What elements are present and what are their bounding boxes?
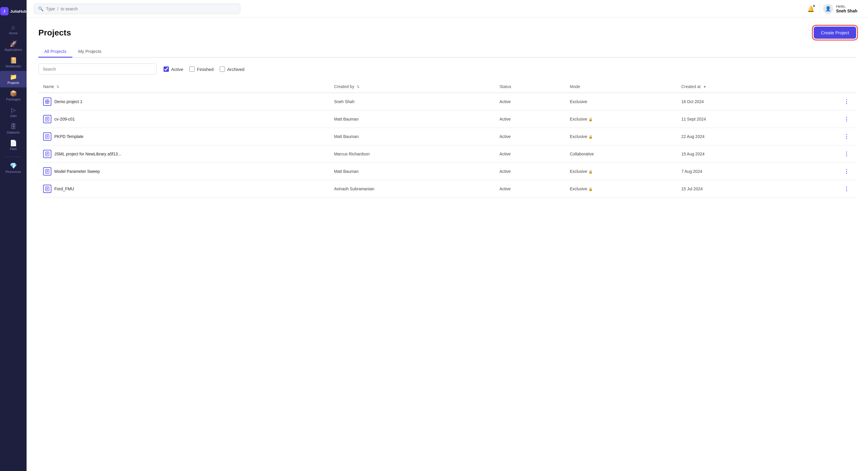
- project-icon: [43, 185, 51, 193]
- database-icon: 🗄: [10, 123, 16, 129]
- cell-mode: Exclusive🔒: [565, 163, 677, 180]
- sidebar: J JuliaHub ⌂ Home 🚀 Applications 📔 Noteb…: [0, 0, 27, 471]
- global-search-bar[interactable]: 🔍: [34, 4, 240, 14]
- cell-created-at: 16 Oct 2024: [677, 93, 792, 111]
- finished-label: Finished: [197, 67, 214, 72]
- active-checkbox[interactable]: [163, 66, 169, 72]
- project-name[interactable]: PKPD Template: [54, 134, 84, 139]
- play-icon: ▷: [11, 107, 16, 113]
- create-project-button[interactable]: Create Project: [814, 27, 856, 39]
- sidebar-item-projects[interactable]: 📁 Projects: [0, 71, 27, 87]
- cell-mode: Exclusive🔒: [565, 128, 677, 145]
- project-name[interactable]: cv-209-c01: [54, 117, 75, 121]
- project-tabs: All Projects My Projects: [38, 46, 856, 58]
- col-actions: [792, 81, 856, 93]
- lock-icon: 🔒: [588, 170, 593, 174]
- lock-icon: 🔒: [588, 117, 593, 121]
- projects-table: Name ⇅ Created by ⇅ Status Mode Created: [38, 81, 856, 198]
- table-row: Demo project 1 Sneh Shah Active Exclusiv…: [38, 93, 856, 111]
- cell-actions[interactable]: ⋮: [792, 145, 856, 163]
- user-menu[interactable]: 👤 Hello, Sneh Shah: [819, 2, 861, 16]
- sidebar-item-packages[interactable]: 📦 Packages: [0, 87, 27, 104]
- finished-checkbox[interactable]: [189, 66, 194, 72]
- project-icon: [43, 167, 51, 176]
- row-actions-button[interactable]: ⋮: [841, 97, 851, 106]
- cell-actions[interactable]: ⋮: [792, 111, 856, 128]
- row-actions-button[interactable]: ⋮: [841, 115, 851, 123]
- active-label: Active: [171, 67, 183, 72]
- row-actions-button[interactable]: ⋮: [841, 167, 851, 176]
- notification-bell-wrapper[interactable]: 🔔: [807, 5, 814, 12]
- filter-active[interactable]: Active: [163, 66, 183, 72]
- tab-all-projects[interactable]: All Projects: [38, 46, 72, 58]
- cell-actions[interactable]: ⋮: [792, 128, 856, 145]
- sidebar-item-home[interactable]: ⌂ Home: [0, 21, 27, 38]
- user-name: Sneh Shah: [836, 8, 857, 13]
- sidebar-item-datasets[interactable]: 🗄 Datasets: [0, 121, 27, 137]
- archived-label: Archived: [227, 67, 244, 72]
- sidebar-item-files[interactable]: 📄 Files: [0, 137, 27, 154]
- project-icon: [43, 133, 51, 141]
- cell-mode: Collaborative: [565, 145, 677, 163]
- col-created-by[interactable]: Created by ⇅: [329, 81, 495, 93]
- cell-created-by: Sneh Shah: [329, 93, 495, 111]
- cell-mode: Exclusive🔒: [565, 111, 677, 128]
- cell-created-at: 22 Aug 2024: [677, 128, 792, 145]
- sidebar-item-jobs[interactable]: ▷ Jobs: [0, 104, 27, 121]
- table-row: PKPD Template Matt Bauman Active Exclusi…: [38, 128, 856, 145]
- sort-icon-created-by: ⇅: [356, 85, 360, 89]
- tab-my-projects[interactable]: My Projects: [72, 46, 107, 58]
- app-logo[interactable]: J JuliaHub: [0, 5, 29, 18]
- sidebar-divider: [5, 156, 21, 157]
- main-wrapper: 🔍 🔔 👤 Hello, Sneh Shah Projects Create P…: [27, 0, 868, 471]
- row-actions-button[interactable]: ⋮: [841, 184, 851, 193]
- user-greeting: Hello,: [836, 4, 857, 8]
- col-mode: Mode: [565, 81, 677, 93]
- project-name[interactable]: Demo project 1: [54, 99, 82, 104]
- project-search-input[interactable]: [38, 63, 156, 75]
- avatar: 👤: [823, 4, 833, 14]
- cell-created-by: Avinash Subramanian: [329, 180, 495, 198]
- page-header: Projects Create Project: [38, 27, 856, 39]
- cell-created-by: Matt Bauman: [329, 163, 495, 180]
- status-filters: Active Finished Archived: [163, 66, 244, 72]
- rocket-icon: 🚀: [10, 41, 17, 47]
- sidebar-item-label: Jobs: [10, 114, 17, 118]
- row-actions-button[interactable]: ⋮: [841, 132, 851, 141]
- logo-mark: J: [0, 7, 8, 16]
- row-actions-button[interactable]: ⋮: [841, 149, 851, 158]
- filter-finished[interactable]: Finished: [189, 66, 214, 72]
- global-search-input[interactable]: [46, 6, 236, 11]
- filter-archived[interactable]: Archived: [220, 66, 244, 72]
- sidebar-item-applications[interactable]: 🚀 Applications: [0, 38, 27, 54]
- cell-actions[interactable]: ⋮: [792, 93, 856, 111]
- project-name[interactable]: Ford_FMU: [54, 186, 74, 191]
- sidebar-item-label: Datasets: [7, 130, 20, 134]
- sidebar-item-notebooks[interactable]: 📔 Notebooks: [0, 54, 27, 71]
- sidebar-item-label: Notebooks: [6, 64, 21, 68]
- project-name[interactable]: JSML project for NewLibrary a5f13...: [54, 152, 121, 156]
- cell-name: cv-209-c01: [38, 111, 329, 128]
- cell-status: Active: [495, 145, 565, 163]
- project-name[interactable]: Model Parameter Sweep: [54, 169, 100, 174]
- header: 🔍 🔔 👤 Hello, Sneh Shah: [27, 0, 868, 18]
- user-info: Hello, Sneh Shah: [836, 4, 857, 13]
- sidebar-item-label: Projects: [7, 81, 19, 85]
- table-row: JSML project for NewLibrary a5f13... Mar…: [38, 145, 856, 163]
- search-icon: 🔍: [38, 6, 44, 11]
- col-name[interactable]: Name ⇅: [38, 81, 329, 93]
- cell-actions[interactable]: ⋮: [792, 163, 856, 180]
- lock-icon: 🔒: [588, 187, 593, 191]
- sidebar-item-resources[interactable]: 💎 Resources: [0, 160, 27, 176]
- col-created-at[interactable]: Created at ▼: [677, 81, 792, 93]
- cell-status: Active: [495, 163, 565, 180]
- sidebar-item-label: Resources: [6, 170, 21, 173]
- cell-created-at: 11 Sept 2024: [677, 111, 792, 128]
- cell-actions[interactable]: ⋮: [792, 180, 856, 198]
- cell-created-at: 15 Aug 2024: [677, 145, 792, 163]
- cell-name: PKPD Template: [38, 128, 329, 145]
- sort-icon-created-at: ▼: [703, 85, 707, 89]
- notification-dot: [813, 5, 815, 7]
- cell-mode: Exclusive: [565, 93, 677, 111]
- archived-checkbox[interactable]: [220, 66, 225, 72]
